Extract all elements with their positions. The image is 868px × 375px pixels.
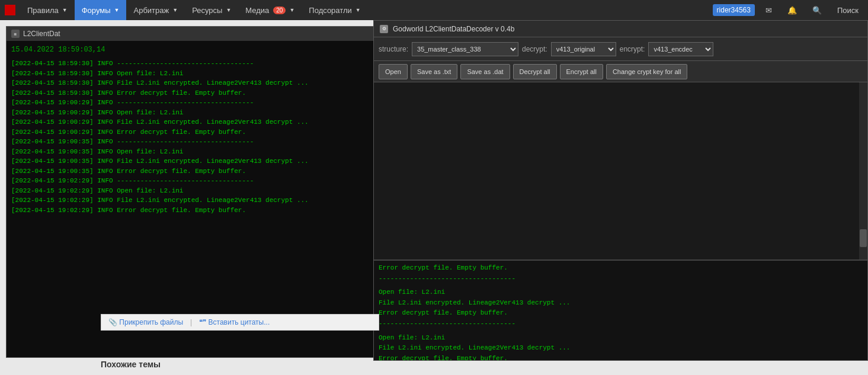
content-area: ■ L2ClientDat 15.04.2022 18:59:03,14 [20… [0, 20, 868, 375]
nav-notifications-icon[interactable]: 🔔 [783, 4, 802, 17]
right-log: Error decrypt file. Empty buffer.-------… [379, 263, 863, 360]
log-line: Open file: L2.ini [379, 333, 863, 344]
log-line: File L2.ini encrypted. Lineage2Ver413 de… [379, 343, 863, 354]
similar-topics-section: Похожие темы [101, 360, 161, 369]
nav-item-forums[interactable]: Форумы ▼ [75, 0, 127, 20]
log-line: [2022-04-15 18:59:30] INFO -------------… [11, 59, 377, 69]
nav-item-podsopratli[interactable]: Подсоратли ▼ [302, 0, 367, 20]
log-line: Error decrypt file. Empty buffer. [379, 354, 863, 360]
nav-arrow-resources: ▼ [226, 7, 231, 13]
log-line: Open file: L2.ini [379, 287, 863, 298]
log-line: [2022-04-15 19:00:35] INFO Error decrypt… [11, 166, 377, 177]
decrypt-label: decrypt: [522, 45, 547, 53]
nav-search-icon[interactable]: 🔍 [808, 4, 827, 17]
log-line: ----------------------------------- [379, 319, 863, 329]
save-as-dat-button[interactable]: Save as .dat [460, 64, 510, 79]
log-line: [2022-04-15 18:59:30] INFO Open file: L2… [11, 69, 377, 79]
nav-label-resources: Ресурсы [192, 6, 222, 15]
encrypt-all-button[interactable]: Encrypt all [560, 64, 603, 79]
nav-label-media: Медиа [245, 6, 269, 15]
decoder-title: Godworld L2ClientDataDecoder v 0.4b [393, 25, 514, 33]
decrypt-select[interactable]: v413_original [551, 42, 616, 56]
nav-user-avatar[interactable]: rider34563 [713, 4, 755, 16]
toolbar: structure: 35_master_class_338 decrypt: … [374, 37, 867, 61]
scrollbar-thumb[interactable] [860, 229, 867, 247]
log-line: [2022-04-15 19:00:35] INFO Open file: L2… [11, 147, 377, 157]
structure-select[interactable]: 35_master_class_338 [412, 42, 518, 56]
nav-label-forums: Форумы [82, 6, 111, 15]
save-as-txt-button[interactable]: Save as .txt [411, 64, 457, 79]
toolbar-buttons: Open Save as .txt Save as .dat Decrypt a… [374, 61, 867, 82]
change-crypt-key-button[interactable]: Change crypt key for all [606, 64, 688, 79]
log-line: [2022-04-15 18:59:30] INFO File L2.ini e… [11, 78, 377, 88]
nav-item-arbitrage[interactable]: Арбитраж ▼ [126, 0, 185, 20]
nav-arrow-rules: ▼ [62, 7, 68, 13]
terminal-content[interactable]: 15.04.2022 18:59:03,14 [2022-04-15 18:59… [7, 41, 382, 357]
nav-label-podsopratli: Подсоратли [309, 6, 351, 15]
nav-arrow-media: ▼ [289, 7, 294, 13]
encrypt-label: encrypt: [620, 45, 645, 53]
scrollbar-track[interactable] [859, 82, 867, 259]
nav-label-rules: Правила [27, 6, 59, 15]
nav-arrow-forums: ▼ [114, 7, 120, 13]
open-button[interactable]: Open [379, 64, 408, 79]
media-badge: 20 [273, 7, 286, 14]
nav-right: rider34563 ✉ 🔔 🔍 Поиск [713, 4, 863, 17]
left-window-icon: ■ [11, 30, 20, 38]
log-line: [2022-04-15 19:00:29] INFO -------------… [11, 98, 377, 108]
nav-item-media[interactable]: Медиа 20 ▼ [238, 0, 302, 20]
log-line: Error decrypt file. Empty buffer. [379, 308, 863, 319]
log-line: Error decrypt file. Empty buffer. [379, 263, 863, 274]
nav-logo [5, 5, 15, 15]
nav-search-label[interactable]: Поиск [832, 4, 863, 17]
viewer-area[interactable] [374, 82, 867, 259]
decrypt-all-button[interactable]: Decrypt all [513, 64, 557, 79]
nav-arrow-arbitrage: ▼ [172, 7, 178, 13]
left-log: [2022-04-15 18:59:30] INFO -------------… [11, 59, 377, 215]
log-line: [2022-04-15 19:02:29] INFO File L2.ini e… [11, 195, 377, 206]
insert-quotes-button[interactable]: ❝❞ Вставить цитаты... [199, 318, 270, 326]
nav-label-arbitrage: Арбитраж [133, 6, 169, 15]
log-panel[interactable]: Error decrypt file. Empty buffer.-------… [374, 259, 867, 360]
separator: | [190, 318, 192, 326]
log-line: [2022-04-15 19:00:35] INFO -------------… [11, 137, 377, 147]
log-line: ----------------------------------- [379, 274, 863, 284]
nav-item-resources[interactable]: Ресурсы ▼ [185, 0, 238, 20]
left-window-title: L2ClientDat [23, 30, 60, 38]
log-line: [2022-04-15 19:02:29] INFO Open file: L2… [11, 186, 377, 196]
encrypt-select[interactable]: v413_encdec [648, 42, 713, 56]
log-line: [2022-04-15 19:00:29] INFO File L2.ini e… [11, 117, 377, 127]
structure-label: structure: [379, 45, 408, 53]
log-line: File L2.ini encrypted. Lineage2Ver413 de… [379, 298, 863, 309]
attach-files-button[interactable]: 📎 Прикрепить файлы [108, 318, 183, 326]
log-line: [2022-04-15 19:02:29] INFO Error decrypt… [11, 206, 377, 216]
decoder-titlebar: ⚙ Godworld L2ClientDataDecoder v 0.4b [374, 21, 867, 37]
left-titlebar: ■ L2ClientDat [7, 27, 382, 41]
nav-messages-icon[interactable]: ✉ [761, 4, 777, 17]
nav-bar: Правила ▼ Форумы ▼ Арбитраж ▼ Ресурсы ▼ … [0, 0, 868, 20]
left-window: ■ L2ClientDat 15.04.2022 18:59:03,14 [20… [6, 26, 382, 358]
nav-item-rules[interactable]: Правила ▼ [20, 0, 75, 20]
decoder-title-icon: ⚙ [380, 25, 388, 33]
log-line: [2022-04-15 19:00:29] INFO Open file: L2… [11, 108, 377, 118]
log-line: [2022-04-15 18:59:30] INFO Error decrypt… [11, 88, 377, 98]
nav-arrow-podsopratli: ▼ [355, 7, 361, 13]
log-line: [2022-04-15 19:00:29] INFO Error decrypt… [11, 127, 377, 137]
log-line: [2022-04-15 19:00:35] INFO File L2.ini e… [11, 156, 377, 166]
similar-topics-title: Похожие темы [101, 360, 161, 369]
terminal-timestamp: 15.04.2022 18:59:03,14 [11, 44, 377, 55]
right-window: ⚙ Godworld L2ClientDataDecoder v 0.4b st… [373, 20, 868, 361]
log-line: [2022-04-15 19:02:29] INFO -------------… [11, 176, 377, 186]
attachment-bar: 📎 Прикрепить файлы | ❝❞ Вставить цитаты.… [101, 314, 379, 331]
